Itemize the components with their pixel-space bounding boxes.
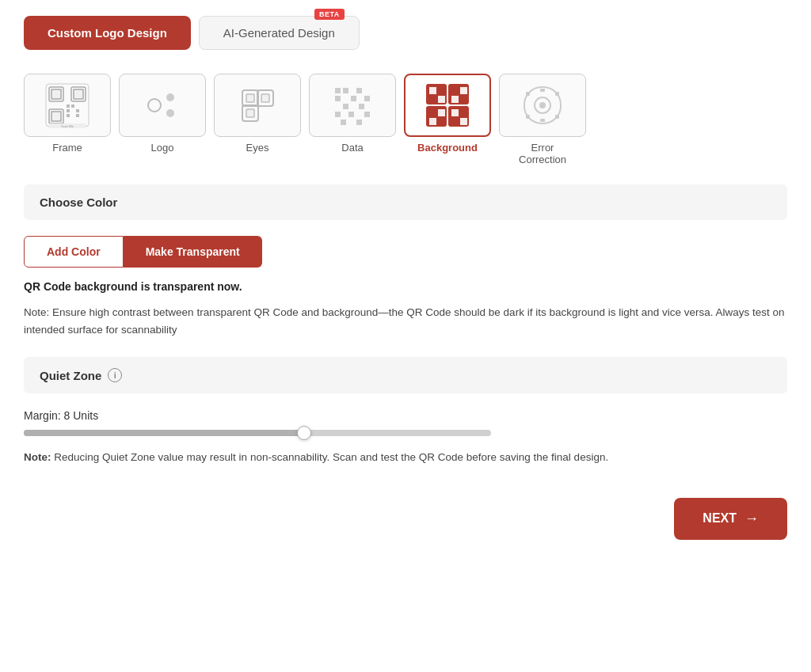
ai-generated-tab[interactable]: BETA AI-Generated Design	[199, 16, 360, 50]
make-transparent-button[interactable]: Make Transparent	[124, 236, 262, 268]
svg-rect-41	[341, 120, 346, 125]
svg-rect-67	[555, 92, 559, 96]
frame-icon-box: Scan Me	[24, 74, 111, 137]
beta-badge: BETA	[314, 9, 345, 20]
frame-qr-svg: Scan Me	[43, 81, 92, 130]
svg-rect-31	[343, 88, 348, 93]
eyes-icon-box	[214, 74, 301, 137]
custom-logo-tab[interactable]: Custom Logo Design	[24, 16, 191, 50]
svg-rect-39	[348, 112, 354, 117]
svg-rect-14	[67, 114, 70, 117]
quiet-zone-title: Quiet Zone i	[40, 368, 771, 382]
eyes-svg	[236, 84, 280, 127]
svg-rect-40	[364, 112, 370, 117]
svg-rect-55	[438, 109, 445, 116]
choose-color-section: Choose Color	[24, 184, 787, 220]
svg-rect-29	[247, 110, 253, 116]
error-correction-svg	[518, 81, 567, 130]
step-data[interactable]: Data	[309, 74, 396, 154]
svg-rect-23	[247, 95, 253, 101]
svg-rect-56	[429, 118, 436, 125]
svg-rect-32	[356, 88, 362, 93]
steps-row: Scan Me Frame Logo	[24, 74, 787, 165]
contrast-note: Note: Ensure high contrast between trans…	[24, 304, 787, 338]
svg-rect-69	[555, 115, 559, 119]
logo-icon-box	[119, 74, 206, 137]
svg-rect-3	[52, 90, 60, 98]
svg-point-19	[166, 93, 174, 101]
step-eyes[interactable]: Eyes	[214, 74, 301, 154]
svg-rect-15	[76, 114, 79, 117]
svg-rect-60	[460, 109, 467, 116]
svg-point-18	[148, 99, 161, 112]
svg-rect-46	[429, 96, 436, 103]
svg-rect-66	[526, 92, 530, 96]
svg-rect-11	[71, 104, 74, 108]
svg-rect-38	[335, 112, 341, 117]
svg-rect-30	[335, 88, 341, 93]
svg-rect-9	[52, 112, 60, 120]
margin-label: Margin: 8 Units	[24, 409, 787, 422]
svg-text:Scan Me: Scan Me	[61, 124, 74, 128]
next-btn-row: NEXT →	[24, 498, 787, 540]
step-error-correction[interactable]: Error Correction	[499, 74, 586, 165]
error-correction-label: Error Correction	[507, 142, 578, 165]
svg-rect-47	[438, 96, 445, 103]
svg-rect-36	[343, 104, 348, 109]
svg-rect-26	[262, 95, 268, 101]
svg-rect-33	[335, 96, 341, 101]
svg-rect-13	[76, 109, 79, 112]
slider-fill	[24, 430, 304, 436]
svg-rect-57	[438, 118, 445, 125]
svg-rect-51	[451, 96, 459, 103]
choose-color-title: Choose Color	[40, 196, 771, 209]
svg-point-20	[166, 109, 174, 117]
svg-rect-59	[451, 109, 459, 116]
note-bold-label: Note:	[24, 451, 51, 463]
next-button-label: NEXT	[702, 511, 737, 526]
add-color-button[interactable]: Add Color	[24, 236, 124, 268]
slider-thumb[interactable]	[297, 426, 311, 440]
logo-label: Logo	[151, 142, 174, 154]
quiet-zone-info-icon[interactable]: i	[108, 368, 122, 382]
svg-rect-35	[364, 96, 370, 101]
svg-rect-68	[526, 115, 530, 119]
background-icon-box	[404, 74, 491, 137]
svg-rect-54	[429, 109, 436, 116]
step-frame[interactable]: Scan Me Frame	[24, 74, 111, 154]
color-btn-row: Add Color Make Transparent	[24, 236, 787, 268]
svg-rect-42	[356, 120, 362, 125]
svg-rect-12	[67, 109, 70, 112]
data-icon-box	[309, 74, 396, 137]
svg-rect-61	[451, 118, 459, 125]
svg-rect-6	[74, 90, 82, 98]
transparent-notice: QR Code background is transparent now.	[24, 280, 787, 293]
background-svg	[423, 81, 472, 130]
quiet-zone-section: Quiet Zone i	[24, 357, 787, 393]
logo-svg	[139, 82, 186, 129]
svg-point-65	[539, 102, 546, 108]
svg-rect-50	[460, 87, 467, 94]
quiet-zone-note: Note: Reducing Quiet Zone value may resu…	[24, 449, 787, 466]
data-svg	[329, 82, 376, 129]
svg-rect-52	[460, 96, 467, 103]
svg-rect-37	[359, 104, 364, 109]
next-button[interactable]: NEXT →	[674, 498, 787, 540]
svg-rect-10	[67, 104, 70, 108]
step-background[interactable]: Background	[404, 74, 491, 154]
svg-rect-62	[460, 118, 467, 125]
svg-rect-44	[429, 87, 436, 94]
svg-rect-34	[351, 96, 356, 101]
quiet-zone-title-text: Quiet Zone	[40, 369, 101, 382]
data-label: Data	[341, 142, 363, 154]
eyes-label: Eyes	[246, 142, 269, 154]
frame-label: Frame	[52, 142, 82, 154]
background-label: Background	[417, 142, 478, 154]
next-arrow-icon: →	[744, 511, 759, 527]
quiet-zone-note-text: Reducing Quiet Zone value may result in …	[51, 451, 609, 463]
svg-rect-70	[540, 89, 545, 92]
step-logo[interactable]: Logo	[119, 74, 206, 154]
svg-rect-71	[540, 119, 545, 122]
quiet-zone-slider[interactable]	[24, 430, 491, 436]
error-correction-icon-box	[499, 74, 586, 137]
